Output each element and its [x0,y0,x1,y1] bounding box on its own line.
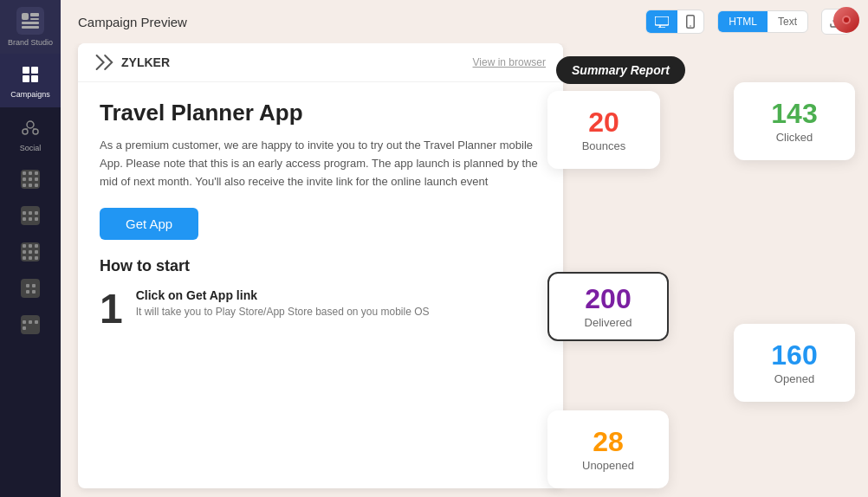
delivered-value: 200 [585,284,631,314]
get-app-button[interactable]: Get App [100,208,198,240]
main-content: Campaign Preview HTML Text [61,0,868,497]
bounces-label: Bounces [582,139,626,152]
view-toggle [645,10,704,34]
sidebar-item-campaigns[interactable]: Campaigns [0,54,61,107]
svg-rect-8 [31,75,38,82]
svg-rect-14 [655,16,669,25]
unopened-value: 28 [593,427,624,457]
summary-badge: Summary Report [556,56,685,84]
format-toggle: HTML Text [717,10,808,33]
view-mobile-button[interactable] [677,10,703,33]
svg-rect-6 [31,67,38,74]
social-label: Social [20,144,42,152]
svg-rect-5 [23,67,29,74]
nav-icon-1 [21,170,40,189]
svg-point-10 [23,129,28,134]
opened-label: Opened [774,372,814,385]
svg-point-9 [27,121,34,128]
email-header: ZYLKER View in browser [78,43,563,82]
svg-rect-7 [23,75,29,82]
svg-rect-1 [30,13,39,16]
sidebar-item-5[interactable] [0,307,61,343]
unopened-card: 28 Unopened [547,410,669,488]
svg-rect-4 [22,26,39,29]
format-html-button[interactable]: HTML [718,11,768,32]
sidebar-item-4[interactable] [0,270,61,307]
sidebar-item-2[interactable] [0,197,61,234]
email-title: Travel Planner App [100,100,541,126]
opened-card: 160 Opened [734,324,855,402]
social-icon [18,116,42,140]
sidebar-item-1[interactable] [0,161,61,197]
nav-icon-5 [21,315,40,334]
top-bar: Campaign Preview HTML Text [61,0,868,43]
email-body: Travel Planner App As a premium customer… [78,82,563,347]
svg-rect-2 [30,18,39,20]
view-in-browser-link[interactable]: View in browser [473,56,546,68]
brand-studio-label: Brand Studio [8,38,53,47]
email-body-text: As a premium customer, we are happy to i… [100,137,541,190]
nav-icon-2 [21,206,40,225]
svg-point-11 [33,129,38,134]
svg-rect-0 [22,13,29,20]
brand-studio-section: Brand Studio [0,0,61,54]
brand-icon [16,7,44,35]
opened-value: 160 [771,340,817,371]
delivered-card: 200 Delivered [547,272,669,341]
delivered-label: Delivered [585,316,632,329]
summary-overlay: Summary Report 20 Bounces 143 Clicked 20… [539,43,868,497]
view-desktop-button[interactable] [646,10,677,33]
step-number: 1 [100,288,123,330]
step-row: 1 Click on Get App link It will take you… [100,288,541,330]
nav-icon-4 [21,279,40,298]
sidebar-item-social[interactable]: Social [0,107,61,161]
clicked-card: 143 Clicked [734,82,855,160]
email-preview: ZYLKER View in browser Travel Planner Ap… [78,43,563,488]
step-content: Click on Get App link It will take you t… [136,288,430,318]
how-to-start-heading: How to start [100,257,541,275]
clicked-label: Clicked [776,131,813,144]
page-title: Campaign Preview [78,15,187,29]
svg-rect-3 [22,22,39,24]
zylker-logo: ZYLKER [95,54,170,71]
logo-text: ZYLKER [121,55,170,69]
content-area: ZYLKER View in browser Travel Planner Ap… [61,43,868,497]
svg-point-18 [690,25,692,27]
step-desc: It will take you to Play Store/App Store… [136,306,430,318]
campaigns-label: Campaigns [10,90,50,99]
clicked-value: 143 [771,99,817,129]
unopened-label: Unopened [582,459,634,472]
nav-icon-3 [21,242,40,261]
campaigns-icon [18,62,42,87]
bounces-card: 20 Bounces [547,91,660,169]
bounces-value: 20 [588,107,619,138]
format-text-button[interactable]: Text [768,11,807,32]
sidebar-item-3[interactable] [0,234,61,270]
sidebar: Brand Studio Campaigns Social [0,0,61,497]
step-title: Click on Get App link [136,288,430,302]
